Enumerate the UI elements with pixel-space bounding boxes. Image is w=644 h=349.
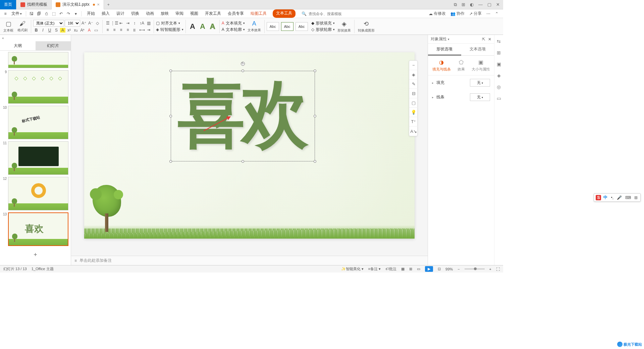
tab-review[interactable]: 审阅 [175, 9, 184, 18]
redo-icon[interactable]: ↷ [65, 10, 72, 17]
view-sorter-icon[interactable]: ⊞ [409, 267, 412, 271]
ft-select-icon[interactable]: A↘ [409, 127, 418, 136]
tab-home[interactable]: 首页 [0, 0, 16, 9]
share-button[interactable]: ↗分享 [469, 11, 482, 16]
saveas-icon[interactable]: 🗐 [36, 10, 42, 17]
ft-align-icon[interactable]: ⊟ [409, 89, 418, 98]
more-qat-icon[interactable]: ▾ [72, 10, 79, 17]
new-tab-button[interactable]: + [104, 2, 113, 7]
tab-design[interactable]: 设计 [116, 9, 125, 18]
ft-text-icon[interactable]: T⁺ [409, 117, 418, 127]
tab-text-tool[interactable]: 文本工具 [273, 9, 296, 18]
maximize-icon[interactable]: ▢ [487, 2, 491, 7]
minimize-icon[interactable]: — [478, 2, 483, 7]
ft-minus-icon[interactable]: − [409, 61, 418, 70]
tab-icon[interactable]: ⇥ [146, 27, 152, 33]
resize-handle[interactable] [169, 115, 172, 117]
tab-document[interactable]: 演示文稿1.pptx ✕ [52, 0, 104, 9]
shape-fill-label[interactable]: 形状填充 [316, 20, 332, 26]
shape-options-tab[interactable]: 形状选项 [428, 44, 461, 55]
menu-icon[interactable]: ≡ [2, 10, 9, 17]
slide-canvas[interactable]: 喜欢 [84, 52, 415, 239]
close-window-icon[interactable]: ✕ [496, 2, 500, 7]
underline-button[interactable]: U [47, 27, 53, 33]
undo-icon[interactable]: ↶ [58, 10, 64, 17]
view-reading-icon[interactable]: ▭ [417, 267, 420, 271]
collapse-ribbon-icon[interactable]: ⌃ [495, 11, 498, 16]
numbering-icon[interactable]: ⋮☰ [111, 20, 117, 26]
ft-layer-icon[interactable]: ◈ [409, 70, 418, 80]
tab-devtools[interactable]: 开发工具 [204, 9, 222, 18]
text-dir-icon[interactable]: ↕A [139, 20, 145, 26]
resize-handle[interactable] [169, 69, 172, 72]
superscript-button[interactable]: x² [66, 27, 72, 33]
tab-start[interactable]: 开始 [86, 9, 96, 18]
align-center-icon[interactable]: ≡ [111, 27, 117, 33]
text-fill-label[interactable]: 文本填充 [226, 20, 242, 26]
expand-icon[interactable]: ▸ [432, 81, 434, 85]
side-template-icon[interactable]: ⊞ [496, 50, 502, 56]
tab-templates[interactable]: 找稻壳模板 [16, 0, 52, 9]
line-row[interactable]: ▸ 线条 无 ▾ [428, 90, 494, 104]
line-select[interactable]: 无 ▾ [470, 93, 490, 101]
side-layers-icon[interactable]: ▣ [496, 61, 502, 67]
subscript-button[interactable]: x₂ [73, 27, 79, 33]
bullets-icon[interactable]: ☰ [105, 20, 111, 26]
highlight-button[interactable]: A [60, 28, 65, 33]
bold-button[interactable]: B [33, 27, 39, 33]
smart-shape-label[interactable]: 转智能图形 [160, 27, 180, 33]
close-icon[interactable]: ✕ [97, 3, 100, 6]
panel-pin-icon[interactable]: ⇱ [482, 37, 485, 42]
textbox-tool[interactable]: ▢文本框 [2, 20, 15, 33]
more-icon[interactable]: ⋯ [486, 11, 490, 16]
shape-outline-label[interactable]: 形状轮廓 [316, 27, 332, 33]
tab-transition[interactable]: 切换 [130, 9, 140, 18]
layout-icon[interactable]: ⧉ [454, 2, 457, 7]
apps-icon[interactable]: ⊞ [462, 2, 465, 7]
search-box[interactable]: 🔍 [302, 11, 349, 16]
side-style-icon[interactable]: ◈ [496, 72, 502, 79]
decrease-font-icon[interactable]: A⁻ [88, 20, 94, 26]
format-painter[interactable]: 🖌格式刷 [16, 20, 29, 33]
tab-animation[interactable]: 动画 [145, 9, 155, 18]
view-normal-icon[interactable]: ▦ [401, 267, 405, 271]
beautify-button[interactable]: ✨智能美化 ▾ [341, 266, 364, 271]
play-button[interactable]: ▶ [425, 266, 433, 272]
case-button[interactable]: Aᵃ [79, 27, 86, 33]
ft-bulb-icon[interactable]: 💡 [409, 108, 418, 117]
preview-icon[interactable]: ⬚ [50, 10, 57, 17]
bg-color-button[interactable]: ▭ [93, 27, 99, 33]
align-justify-icon[interactable]: ≡ [125, 27, 131, 33]
fill-row[interactable]: ▸ 填充 无 ▾ [428, 76, 494, 90]
indent-inc-icon[interactable]: ⇥ [125, 20, 131, 26]
tab-view[interactable]: 视图 [190, 9, 199, 18]
fill-select[interactable]: 无 ▾ [470, 79, 490, 87]
align-text-label[interactable]: 对齐文本 [161, 20, 177, 26]
rotate-handle[interactable] [241, 62, 245, 66]
collapse-thumbs-icon[interactable]: « [0, 35, 71, 41]
clear-format-icon[interactable]: ◇ [94, 20, 100, 26]
annotate-toggle[interactable]: 🏷批注 [385, 266, 396, 271]
tab-draw-tool[interactable]: 绘图工具 [250, 9, 267, 18]
zoom-out-icon[interactable]: − [458, 267, 460, 271]
thumb-slide-partial[interactable] [1, 52, 69, 68]
zoom-value[interactable]: 99% [445, 267, 453, 271]
zoom-slider[interactable] [465, 268, 485, 269]
thumb-slide-13[interactable]: 13喜欢 [1, 212, 69, 246]
size-prop-subtab[interactable]: ▣大小与属性 [472, 59, 490, 72]
font-name-select[interactable]: 黑体 (正文) [33, 20, 64, 27]
notes-toggle[interactable]: ≡备注 ▾ [368, 266, 381, 271]
add-slide-button[interactable]: + [1, 248, 69, 262]
shape-effect[interactable]: ◈形状效果 [336, 20, 352, 33]
ft-frame-icon[interactable]: ▢ [409, 98, 418, 108]
text-outline-label[interactable]: 文本轮廓 [226, 27, 242, 33]
fill-line-subtab[interactable]: ◑填充与线条 [432, 59, 451, 72]
strike-button[interactable]: S [53, 27, 59, 33]
slides-tab[interactable]: 幻灯片 [36, 41, 71, 50]
fit-icon[interactable]: ⊡ [438, 267, 441, 271]
outline-tab[interactable]: 大纲 [0, 41, 36, 50]
save-icon[interactable]: 🖫 [28, 10, 35, 17]
search-input[interactable] [309, 12, 349, 16]
resize-handle[interactable] [314, 69, 316, 72]
shape-style-3[interactable]: Abc [296, 22, 308, 31]
